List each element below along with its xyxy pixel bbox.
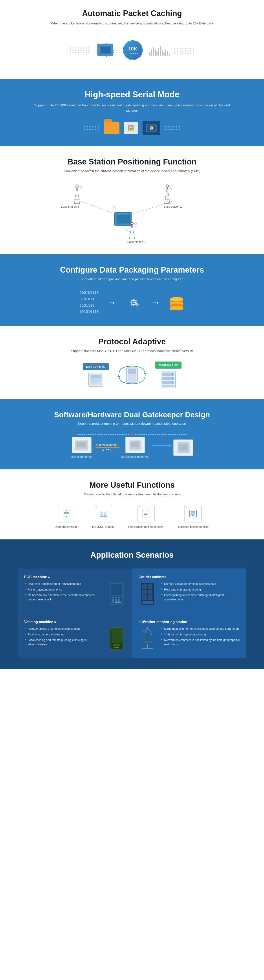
svg-point-94 — [172, 374, 173, 375]
svg-rect-139 — [142, 595, 147, 600]
svg-rect-144 — [111, 629, 122, 641]
wave-bars — [149, 45, 170, 56]
svg-rect-128 — [118, 597, 120, 598]
svg-marker-87 — [144, 373, 146, 375]
device-chip-icon — [95, 41, 115, 59]
section2-description: Support up to 230400 serial port baud ra… — [33, 103, 231, 113]
function-item-3: 3 Registration packet function — [128, 505, 164, 528]
serial-visual: 🖼️ 📶 — [33, 121, 231, 135]
function-icon-1: 1 — [58, 505, 75, 522]
scenario-courier-title: Courier cabinets — [138, 575, 240, 579]
modbus-tcp-badge: ModBus TCP — [155, 361, 181, 369]
functions-grid: 1 Data Transmission 2 — [33, 505, 231, 528]
svg-rect-93 — [162, 385, 174, 387]
svg-marker-88 — [118, 375, 120, 377]
svg-point-57 — [133, 302, 135, 304]
function-item-4: 4 Heartbeat packet function — [177, 505, 209, 528]
section3-title: Base Station Positioning Function — [22, 157, 242, 167]
modbus-tcp-group: ModBus TCP — [155, 361, 181, 388]
scenario-weather-title: « Weather monitoring station — [138, 620, 240, 624]
svg-rect-136 — [148, 584, 153, 589]
scenario-pos: POS machine » Real-time transmission of … — [17, 568, 132, 613]
packet-caching-visual: 10K Byte data — [44, 33, 220, 68]
modbus-rtu-group: ModBus RTU — [83, 363, 109, 387]
section6-description: Keep the product running 24 hours withou… — [33, 422, 231, 425]
svg-rect-46 — [117, 215, 130, 223]
function-icon-4: 4 — [184, 505, 202, 522]
device-abnormal-group: Device abnormal — [71, 437, 92, 458]
config-visual: 100101110 01010110 1101110 001010110 → — [33, 290, 231, 315]
svg-point-78 — [170, 297, 183, 301]
folder-icon — [104, 122, 119, 134]
section6-title: Software/Hardware Dual Gatekeeper Design — [33, 410, 231, 419]
section5-title: Protocol Adaptive — [33, 337, 231, 346]
vending-image — [108, 627, 126, 652]
svg-rect-60 — [130, 302, 132, 303]
svg-rect-71 — [138, 304, 139, 305]
svg-rect-147 — [115, 647, 119, 648]
base-station-svg: Base station 3 Base station 1 — [55, 181, 209, 243]
svg-rect-126 — [112, 597, 114, 598]
function-label-2: TCP/UDP protocol — [92, 525, 115, 528]
device-normal-label: Device back to normal — [121, 455, 149, 458]
svg-rect-102 — [131, 442, 140, 447]
svg-rect-157 — [143, 641, 152, 643]
scenario-weather: « Weather monitoring station — [132, 613, 247, 658]
svg-rect-82 — [91, 380, 101, 381]
svg-point-33 — [76, 185, 78, 187]
dots-left — [84, 126, 100, 130]
svg-point-54 — [131, 223, 133, 224]
gears-icon — [125, 294, 143, 311]
svg-point-77 — [170, 306, 183, 310]
svg-rect-130 — [115, 599, 117, 601]
section-packet-caching: Automatic Packet Caching When the socket… — [0, 0, 264, 79]
function-label-3: Registration packet function — [128, 525, 164, 528]
section2-title: High-speed Serial Mode — [33, 90, 231, 99]
svg-rect-99 — [77, 442, 86, 447]
reboot-time: 0.107 s — [102, 449, 111, 452]
svg-rect-59 — [133, 304, 134, 306]
svg-rect-58 — [133, 299, 134, 301]
x-mark: ✕ — [129, 431, 135, 436]
svg-rect-114 — [104, 512, 106, 515]
svg-rect-69 — [137, 305, 137, 307]
section3-description: Convenient to obtain the current locatio… — [22, 169, 242, 173]
blue-arrow — [153, 445, 170, 446]
image-icon: 🖼️ — [124, 122, 138, 134]
courier-image — [138, 582, 156, 607]
scenario-weather-list: Large data volume transmission of pictur… — [161, 627, 240, 648]
svg-point-67 — [137, 304, 138, 305]
svg-rect-153 — [145, 631, 147, 633]
svg-rect-141 — [142, 601, 153, 604]
section-scenarios: Application Scenarios POS machine » Real… — [0, 539, 264, 669]
serial-device: 📶 — [143, 121, 160, 135]
protocol-center — [116, 362, 148, 388]
svg-rect-137 — [142, 590, 147, 595]
svg-rect-70 — [135, 304, 136, 305]
server-icon — [169, 293, 184, 312]
device-final-box — [173, 439, 193, 456]
device-normal-box — [125, 437, 145, 453]
device-final-group — [173, 439, 193, 456]
gatekeeper-flow-row: Device abnormal Automatic reboot 0.107 s — [71, 437, 193, 458]
section-base-station: Base Station Positioning Function Conven… — [0, 146, 264, 254]
function-item-1: 1 Data Transmission — [55, 505, 78, 528]
svg-rect-117 — [143, 510, 149, 517]
cache-circle: 10K Byte data — [123, 40, 143, 60]
arrow-right-2: → — [151, 298, 160, 307]
section1-title: Automatic Packet Caching — [44, 9, 220, 18]
device-normal-group: Device back to normal — [121, 437, 149, 458]
svg-rect-133 — [115, 601, 121, 603]
section7-description: Please refer to the official manual for … — [33, 492, 231, 496]
section1-description: When the socket link is abnormally disco… — [44, 21, 220, 26]
svg-rect-135 — [142, 584, 147, 589]
section-protocol: Protocol Adaptive Support standard ModBu… — [0, 326, 264, 399]
section-gatekeeper: Software/Hardware Dual Gatekeeper Design… — [0, 399, 264, 469]
svg-point-155 — [146, 627, 148, 630]
scenario-vending: Vending machine » Remote upload of termi… — [17, 613, 132, 658]
svg-rect-113 — [101, 512, 103, 515]
section-functions: More Useful Functions Please refer to th… — [0, 469, 264, 539]
device-abnormal-box — [72, 437, 92, 453]
svg-rect-83 — [91, 382, 97, 383]
scenarios-grid: POS machine » Real-time transmission of … — [17, 568, 247, 658]
